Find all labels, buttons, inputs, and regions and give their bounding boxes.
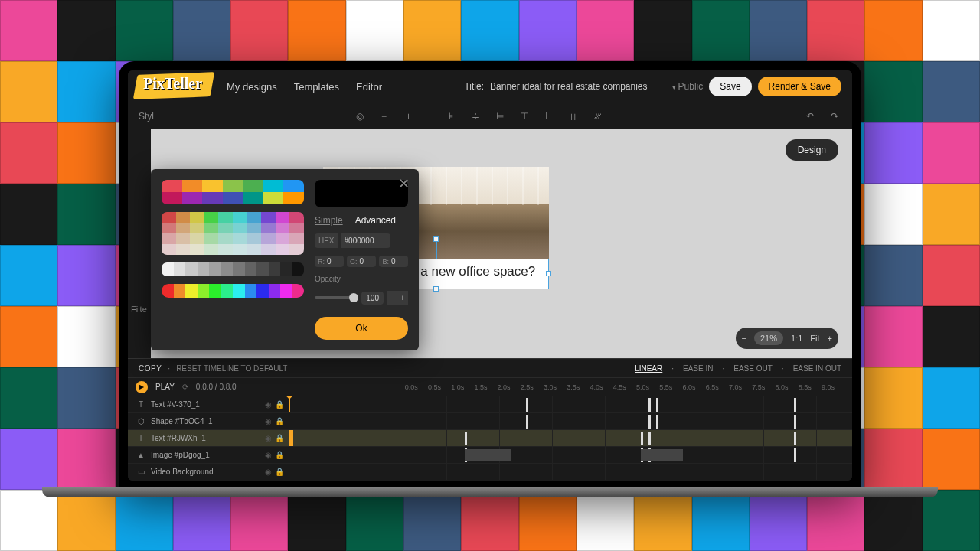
- visibility-dropdown[interactable]: Public: [672, 81, 703, 92]
- track-4[interactable]: ▭Video Background◉🔒: [128, 463, 852, 480]
- tab-advanced[interactable]: Advanced: [355, 215, 396, 226]
- resize-handle-right[interactable]: [546, 271, 551, 276]
- resize-handle-bottom[interactable]: [433, 286, 439, 292]
- loop-icon[interactable]: ⟳: [182, 383, 188, 391]
- laptop-frame: PixTeller My designs Templates Editor Ti…: [119, 61, 861, 490]
- play-button[interactable]: ▶: [136, 381, 148, 393]
- easing-easeinout[interactable]: EASE IN OUT: [793, 364, 841, 373]
- palette-grayscale[interactable]: [162, 262, 304, 276]
- g-input[interactable]: [359, 257, 373, 266]
- redo-icon[interactable]: ↷: [828, 109, 841, 123]
- track-2[interactable]: TText #RJWXh_1◉🔒: [128, 429, 852, 446]
- undo-icon[interactable]: ↶: [803, 109, 817, 123]
- zoom-value[interactable]: 21%: [754, 331, 783, 345]
- main-nav: My designs Templates Editor: [227, 81, 382, 93]
- timeline-tracks: TText #V-370_1◉🔒⬡Shape #TbOC4_1◉🔒TText #…: [128, 396, 852, 481]
- nav-editor[interactable]: Editor: [356, 81, 382, 93]
- zoom-fit[interactable]: Fit: [810, 334, 819, 343]
- title-input[interactable]: [490, 81, 666, 92]
- timeline-ruler[interactable]: 0.0s0.5s1.0s1.5s2.0s2.5s3.0s3.5s4.0s4.5s…: [405, 383, 844, 391]
- easing-easeout[interactable]: EASE OUT: [733, 364, 773, 373]
- opacity-slider[interactable]: [315, 296, 358, 299]
- design-mode-button[interactable]: Design: [786, 139, 838, 161]
- palette-grid[interactable]: [162, 212, 304, 255]
- opacity-value[interactable]: 100: [361, 292, 384, 305]
- timeline-reset[interactable]: RESET TIMELINE TO DEFAULT: [176, 364, 287, 373]
- play-label: PLAY: [155, 383, 175, 391]
- timeline: COPY · RESET TIMELINE TO DEFAULT LINEAR·…: [128, 358, 852, 481]
- app-screen: PixTeller My designs Templates Editor Ti…: [128, 70, 852, 481]
- zoom-controls: − 21% 1:1 Fit +: [736, 328, 838, 349]
- laptop-base: [42, 487, 938, 497]
- close-icon[interactable]: ✕: [398, 175, 410, 192]
- color-picker-popup: ✕ Simple Advanced: [151, 169, 419, 350]
- track-0[interactable]: TText #V-370_1◉🔒: [128, 396, 852, 412]
- rotate-handle[interactable]: [433, 236, 439, 242]
- hex-label: HEX: [315, 233, 338, 248]
- align-middle-icon[interactable]: ⊢: [542, 109, 556, 123]
- align-center-icon[interactable]: ≑: [469, 109, 482, 123]
- nav-my-designs[interactable]: My designs: [227, 81, 277, 93]
- target-icon[interactable]: ◎: [353, 109, 367, 123]
- timeline-copy[interactable]: COPY: [139, 364, 162, 373]
- style-panel-label: Styl: [139, 111, 154, 122]
- plus-icon[interactable]: +: [402, 109, 416, 123]
- opacity-minus[interactable]: −: [387, 291, 397, 305]
- time-display: 0.0.0 / 0.8.0: [196, 383, 237, 391]
- palette-hue[interactable]: [162, 284, 304, 298]
- track-1[interactable]: ⬡Shape #TbOC4_1◉🔒: [128, 412, 852, 429]
- filters-label: Filte: [131, 305, 147, 314]
- zoom-in-icon[interactable]: +: [828, 334, 832, 343]
- title-label: Title:: [464, 81, 484, 92]
- topbar: PixTeller My designs Templates Editor Ti…: [128, 70, 852, 103]
- zoom-out-icon[interactable]: −: [742, 334, 746, 343]
- nav-templates[interactable]: Templates: [294, 81, 339, 93]
- logo[interactable]: PixTeller: [139, 75, 211, 98]
- distribute-h-icon[interactable]: ⫼: [567, 109, 580, 123]
- tab-simple[interactable]: Simple: [315, 215, 343, 226]
- track-3[interactable]: ▲Image #pDgog_1◉🔒: [128, 446, 852, 463]
- render-save-button[interactable]: Render & Save: [758, 77, 841, 96]
- save-button[interactable]: Save: [709, 77, 751, 96]
- easing-easein[interactable]: EASE IN: [683, 364, 713, 373]
- left-sidebar: [128, 129, 151, 358]
- color-preview: [315, 180, 408, 207]
- secondary-toolbar: Styl ◎ − + ⊧ ≑ ⊨ ⊤ ⊢ ⫼ ⫻ ↶ ↷: [128, 103, 852, 129]
- ok-button[interactable]: Ok: [315, 317, 408, 340]
- distribute-v-icon[interactable]: ⫻: [591, 109, 605, 123]
- r-input[interactable]: [327, 257, 341, 266]
- align-right-icon[interactable]: ⊨: [493, 109, 507, 123]
- minus-icon[interactable]: −: [377, 109, 391, 123]
- hex-input[interactable]: [341, 233, 390, 248]
- palette-bright[interactable]: [162, 180, 304, 204]
- opacity-plus[interactable]: +: [397, 291, 408, 305]
- b-input[interactable]: [391, 257, 405, 266]
- opacity-label: Opacity: [315, 275, 408, 283]
- easing-linear[interactable]: LINEAR: [635, 364, 662, 373]
- align-top-icon[interactable]: ⊤: [518, 109, 531, 123]
- align-left-icon[interactable]: ⊧: [444, 109, 458, 123]
- main-area: Design FIND MY OFFICE Thinking about a n…: [128, 129, 852, 358]
- zoom-one-to-one[interactable]: 1:1: [791, 334, 802, 343]
